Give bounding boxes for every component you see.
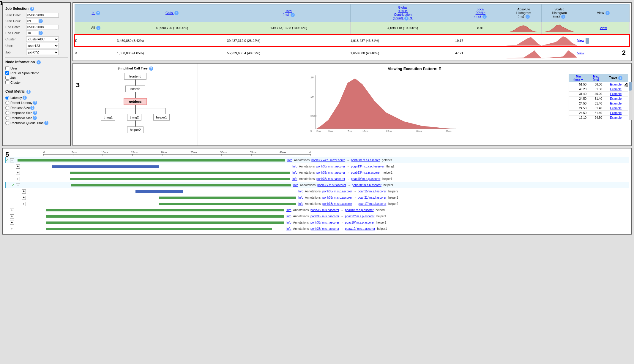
tree-node-helper1[interactable]: helper1 bbox=[153, 114, 170, 121]
trace-col-help-icon[interactable]: ? bbox=[618, 76, 622, 80]
table-row-r[interactable]: R 1,658,880 (4.05%) 55,939,686.4 (40.02%… bbox=[75, 47, 630, 59]
start-hour-input[interactable] bbox=[26, 19, 38, 23]
tree-node-getdocs[interactable]: getdocs bbox=[124, 98, 147, 105]
job-selection-help-icon[interactable]: ? bbox=[30, 7, 34, 11]
radio-request-size-input[interactable] bbox=[5, 106, 9, 110]
expand-toggle[interactable]: + bbox=[16, 177, 20, 181]
expand-toggle[interactable]: + bbox=[10, 227, 14, 231]
radio-recursive-size-input[interactable] bbox=[5, 116, 9, 120]
from-server-link[interactable]: pohh38/ m.s.r.ascorer bbox=[316, 165, 345, 168]
exec-trace-link[interactable]: Example bbox=[604, 96, 628, 101]
to-server-link[interactable]: poah21/ m.s.l.ascorer bbox=[358, 196, 386, 199]
col-calls[interactable]: Calls ? bbox=[117, 4, 227, 22]
end-hour-help-icon[interactable]: ? bbox=[39, 31, 43, 35]
from-server-link[interactable]: pohh38/ m.s.r.ascorer bbox=[316, 177, 345, 181]
job-select[interactable]: jobXYZ bbox=[26, 50, 59, 55]
scaled-hist-help-icon[interactable]: ? bbox=[561, 15, 565, 19]
call-tree-help-icon[interactable]: ? bbox=[149, 67, 153, 71]
to-server-link[interactable]: poac22/ m.s.p.ascorer bbox=[345, 215, 374, 218]
calls-help-icon[interactable]: ? bbox=[174, 11, 179, 15]
info-link[interactable]: Info bbox=[286, 208, 291, 212]
info-link[interactable]: Info bbox=[292, 165, 297, 168]
tree-node-frontend[interactable]: frontend bbox=[124, 73, 146, 80]
tree-node-thing1[interactable]: thing1 bbox=[101, 114, 115, 121]
to-server-link[interactable]: poaw12/ m.s.p.ascorer bbox=[345, 227, 375, 230]
checkbox-cluster-input[interactable] bbox=[5, 80, 9, 84]
from-server-link[interactable]: pohh38/ m.s.p.ascorer bbox=[322, 196, 352, 199]
table-row-e[interactable]: E 3,450,880 (8.42%) 39,437,312.0 (28.22%… bbox=[75, 34, 630, 47]
radio-recursive-queue-input[interactable] bbox=[5, 121, 9, 125]
expand-toggle[interactable]: + bbox=[22, 202, 26, 206]
to-server-link[interactable]: poac10/ m.s.p.ascorer bbox=[351, 177, 380, 181]
start-hour-help-icon[interactable]: ? bbox=[39, 19, 43, 23]
expand-toggle[interactable]: + bbox=[10, 214, 14, 219]
exec-trace-link[interactable]: Example bbox=[604, 115, 628, 120]
end-hour-input[interactable] bbox=[26, 31, 38, 35]
user-select[interactable]: user123 bbox=[26, 43, 59, 48]
recursive-queue-help-icon[interactable]: ? bbox=[44, 121, 48, 125]
from-server-link[interactable]: pohh38/ m.s.r.ascorer bbox=[310, 208, 339, 212]
to-server-link[interactable]: pohh38/ m.s.p.ascorer bbox=[352, 183, 381, 187]
col-total[interactable]: Total(ms) ? bbox=[227, 4, 350, 22]
parent-latency-help-icon[interactable]: ? bbox=[33, 101, 37, 105]
local-help-icon[interactable]: ? bbox=[482, 15, 487, 19]
info-link[interactable]: Info bbox=[286, 215, 291, 218]
to-server-link[interactable]: pohh38/ m.s.r.ascorer bbox=[351, 159, 380, 162]
global-help-icon[interactable]: ? bbox=[404, 16, 409, 20]
to-server-link[interactable]: pogn13/ m.c.cacheserver bbox=[351, 165, 384, 168]
id-help-icon[interactable]: ? bbox=[96, 11, 100, 15]
latency-help-icon[interactable]: ? bbox=[23, 96, 27, 100]
radio-latency-input[interactable] bbox=[5, 96, 9, 100]
from-server-link[interactable]: pohh38/ m.s.r.ascorer bbox=[310, 227, 339, 230]
col-min[interactable]: Min(ms) ▼ bbox=[569, 74, 588, 82]
row-e-view[interactable]: View bbox=[577, 34, 630, 47]
info-link[interactable]: Info bbox=[298, 196, 303, 199]
total-help-icon[interactable]: ? bbox=[291, 13, 295, 17]
to-server-link[interactable]: poab23/ m.s.p.ascorer bbox=[351, 171, 381, 174]
tree-node-search[interactable]: search bbox=[125, 86, 145, 92]
all-help-icon[interactable]: ? bbox=[96, 26, 100, 30]
row-r-view[interactable]: View bbox=[577, 47, 630, 59]
to-server-link[interactable]: poah15/ m.s.l.ascorer bbox=[358, 190, 386, 193]
info-link[interactable]: Info bbox=[293, 183, 298, 187]
end-date-input[interactable] bbox=[26, 25, 59, 29]
expand-toggle[interactable]: + bbox=[16, 171, 20, 175]
request-size-help-icon[interactable]: ? bbox=[30, 106, 34, 110]
exec-trace-link[interactable]: Example bbox=[604, 110, 628, 115]
expand-toggle[interactable]: + bbox=[22, 189, 26, 194]
col-max[interactable]: Max(ms) bbox=[588, 74, 604, 82]
radio-parent-latency-input[interactable] bbox=[5, 101, 9, 105]
cost-metric-help-icon[interactable]: ? bbox=[26, 90, 31, 94]
response-size-help-icon[interactable]: ? bbox=[33, 111, 37, 115]
tree-node-thing2[interactable]: thing2 bbox=[127, 114, 141, 121]
collapse-toggle[interactable]: − bbox=[10, 158, 14, 162]
sort-down-icon[interactable]: ▼ bbox=[409, 16, 413, 20]
info-link[interactable]: Info bbox=[286, 227, 291, 230]
exec-scrollbar-thumb[interactable] bbox=[629, 82, 632, 91]
tree-node-helper2[interactable]: helper2 bbox=[127, 126, 143, 133]
to-server-link[interactable]: poac10/ m.s.p.ascorer bbox=[345, 221, 374, 224]
checkbox-user-input[interactable] bbox=[5, 66, 9, 70]
checkbox-rpc-input[interactable] bbox=[5, 71, 9, 75]
from-server-link[interactable]: pohh38/ m.s.r.ascorer bbox=[316, 171, 345, 174]
to-server-link[interactable]: poai10/ m.s.p.ascorer bbox=[345, 208, 373, 212]
view-help-icon[interactable]: ? bbox=[605, 11, 610, 15]
cluster-select[interactable]: clusterABC bbox=[26, 37, 59, 42]
from-server-link[interactable]: pohh38/ web_mixer.serve bbox=[311, 159, 345, 162]
from-server-link[interactable]: pohh38/ m.s.p.ascorer bbox=[322, 190, 352, 193]
exec-trace-link[interactable]: Example bbox=[604, 106, 628, 110]
expand-toggle[interactable]: + bbox=[10, 221, 14, 225]
recursive-size-help-icon[interactable]: ? bbox=[33, 116, 37, 120]
expand-toggle[interactable]: + bbox=[16, 164, 20, 169]
collapse-toggle[interactable]: − bbox=[16, 183, 20, 187]
start-date-input[interactable] bbox=[26, 13, 59, 18]
all-view[interactable]: View bbox=[577, 22, 630, 34]
abs-hist-help-icon[interactable]: ? bbox=[526, 15, 530, 19]
to-server-link[interactable]: poah17/ m.s.l.ascorer bbox=[358, 202, 386, 205]
info-link[interactable]: Info bbox=[298, 190, 303, 193]
from-server-link[interactable]: pohh38/ m.s.p.ascorer bbox=[322, 202, 352, 205]
info-link[interactable]: Info bbox=[287, 159, 292, 162]
info-link[interactable]: Info bbox=[292, 177, 297, 181]
exec-trace-link[interactable]: Example bbox=[604, 101, 628, 106]
col-global[interactable]: Global90%ileContribution(count) ? ▼ bbox=[350, 4, 455, 22]
